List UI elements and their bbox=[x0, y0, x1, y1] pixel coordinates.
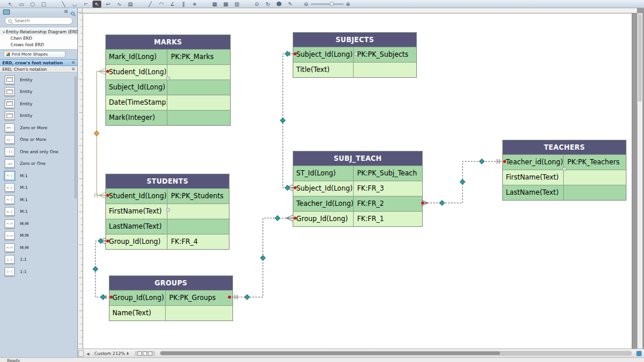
rotate-tool[interactable]: ↻ bbox=[263, 1, 272, 8]
zoom-stepper-icon[interactable]: ▲▼ bbox=[127, 351, 129, 355]
table-row[interactable]: Subject_Id(Long)FK:FR_3 bbox=[293, 181, 422, 196]
account-tool[interactable]: ☻ bbox=[275, 1, 283, 8]
table-row[interactable]: Teacher_Id(Long)FK:FR_2 bbox=[293, 196, 422, 211]
close-library-icon[interactable]: ⊗ bbox=[71, 60, 75, 65]
tree-item-crows-foot-erd[interactable]: Crows foot ERD bbox=[0, 42, 77, 48]
shape-item-one-or-more[interactable]: <|-One or More bbox=[0, 134, 77, 146]
page-tab[interactable] bbox=[148, 351, 152, 356]
shape-item-m-1[interactable]: <-|M:1 bbox=[0, 182, 77, 194]
table-row[interactable]: Student_Id(Long) bbox=[106, 64, 230, 80]
zoom-tool[interactable]: ⊙ bbox=[252, 1, 261, 8]
table-row[interactable]: Name(Text) bbox=[109, 305, 232, 320]
shape-item-m-m[interactable]: <->M:M bbox=[0, 218, 77, 230]
shape-item-m-1[interactable]: <-|M:1 bbox=[0, 206, 77, 218]
zoom-level-control[interactable]: Custom 212% ▲▼ bbox=[94, 351, 129, 356]
er-table-teachers[interactable]: TEACHERSTeacher_id(Long)PK:PK_TeachersFi… bbox=[502, 140, 626, 201]
page-tab[interactable] bbox=[138, 351, 142, 356]
sidebar-scrollbar[interactable] bbox=[74, 76, 77, 199]
shape-item-m-m[interactable]: <->M:M bbox=[0, 230, 77, 242]
svg-text:20: 20 bbox=[217, 13, 220, 13]
library-crows-foot-notation[interactable]: ERD, crow's foot notation ⊗ bbox=[0, 59, 77, 66]
panel-icon[interactable] bbox=[3, 9, 10, 15]
combine-tool[interactable]: ▦ bbox=[210, 1, 219, 8]
table-row[interactable]: LastName(Text) bbox=[106, 219, 229, 234]
rounded-rectangle-tool[interactable]: ▢ bbox=[39, 1, 48, 8]
line-tool[interactable]: ╱ bbox=[146, 1, 155, 8]
table-row[interactable]: Group_Id(Long)FK:FR_1 bbox=[293, 211, 422, 226]
smart-connector-tool[interactable]: ↖ bbox=[93, 1, 101, 8]
ellipse-tool[interactable]: ○ bbox=[28, 1, 37, 8]
horizontal-scrollbar-thumb[interactable] bbox=[160, 351, 501, 355]
table-row[interactable]: Title(Text) bbox=[293, 62, 416, 77]
er-table-groups[interactable]: GROUPSGroup_Id(Long)PK:PK_GroupsName(Tex… bbox=[109, 275, 233, 321]
table-row[interactable]: ST_Id(Long)PK:PK_Subj_Teach bbox=[293, 166, 422, 181]
tree-connector-tool[interactable]: ⌐ bbox=[81, 1, 90, 8]
library-chens-notation[interactable]: ERD, Chen's notation ⊗ bbox=[0, 66, 77, 73]
table-row[interactable]: Date(TimeStamp) bbox=[106, 95, 230, 110]
shape-item-zero-or-one[interactable]: -o|Zero or One bbox=[0, 158, 77, 170]
table-row[interactable]: Group_Id(Long)PK:PK_Groups bbox=[109, 290, 232, 305]
search-toggle-icon[interactable] bbox=[71, 6, 74, 18]
close-library-icon[interactable]: ⊗ bbox=[71, 67, 75, 71]
freeform-tool[interactable]: ∗ bbox=[190, 1, 199, 8]
search-input[interactable] bbox=[13, 18, 69, 24]
rectangle-tool[interactable]: ▭ bbox=[17, 1, 26, 8]
grid-view-icon[interactable]: ⊞ bbox=[64, 9, 68, 14]
table-row[interactable]: Teacher_id(Long)PK:PK_Teachers bbox=[503, 154, 626, 170]
shape-item-entity[interactable]: Entity bbox=[0, 98, 77, 110]
table-row[interactable]: Subject_Id(Long)PK:PK_Subjects bbox=[293, 47, 416, 62]
page-tab[interactable] bbox=[143, 351, 147, 356]
fragment-tool[interactable]: ▥ bbox=[232, 1, 241, 8]
shape-item-1-1[interactable]: |-|1:1 bbox=[0, 254, 77, 266]
fit-page-button[interactable] bbox=[636, 351, 642, 356]
table-row[interactable]: FirstName(Text) bbox=[503, 170, 626, 185]
vertical-scrollbar-thumb[interactable] bbox=[638, 14, 642, 102]
round-connector-tool[interactable]: ∿ bbox=[115, 1, 124, 8]
er-table-students[interactable]: STUDENTSStudent_Id(Long)PK:PK_StudentsFi… bbox=[105, 174, 229, 250]
field-cell: FirstName(Text) bbox=[503, 170, 564, 185]
tree-item-erd[interactable]: ▾Entity-Relationship Diagram (ERD) bbox=[0, 29, 77, 35]
zoom-out-icon[interactable]: ⊖ bbox=[304, 1, 309, 7]
shape-label: M:1 bbox=[20, 209, 28, 214]
pointer-tool[interactable]: ↖ bbox=[6, 1, 15, 8]
shape-item-m-1[interactable]: <-|M:1 bbox=[0, 194, 77, 206]
polyline-tool[interactable]: ∠ bbox=[168, 1, 177, 8]
shape-item-one-and-only-one[interactable]: -||One and only One bbox=[0, 146, 77, 158]
horizontal-scrollbar[interactable] bbox=[160, 351, 632, 356]
er-table-marks[interactable]: MARKSMark_Id(Long)PK:PK_MarksStudent_Id(… bbox=[105, 35, 231, 126]
shape-item-entity[interactable]: Entity bbox=[0, 86, 77, 98]
zoom-slider[interactable] bbox=[311, 4, 344, 5]
page-prev-button[interactable]: ◀ bbox=[84, 351, 92, 356]
edit-tool[interactable]: ✎ bbox=[286, 1, 294, 8]
er-table-subjects[interactable]: SUBJECTSSubject_Id(Long)PK:PK_SubjectsTi… bbox=[293, 32, 417, 78]
direct-connector-tool[interactable]: ╲ bbox=[59, 1, 68, 8]
shape-item-m-1[interactable]: <-|M:1 bbox=[0, 170, 77, 182]
shape-item-entity[interactable]: Entity bbox=[0, 110, 77, 122]
find-more-shapes-button[interactable]: Find More Shapes bbox=[4, 51, 66, 58]
shape-item-entity[interactable]: Entity bbox=[0, 74, 77, 86]
shape-item-m-m[interactable]: <->M:M bbox=[0, 242, 77, 254]
table-row[interactable]: FirstName(Text) bbox=[106, 204, 229, 219]
shape-item-zero-or-more[interactable]: o<-Zero or More bbox=[0, 122, 77, 134]
spline-tool[interactable]: ‖ bbox=[179, 1, 188, 8]
add-shape-tool[interactable]: ▤ bbox=[126, 1, 135, 8]
arc-tool[interactable]: ◠ bbox=[157, 1, 166, 8]
table-row[interactable]: Student_Id(Long)PK:PK_Students bbox=[106, 188, 229, 204]
key-cell: FK:FR_3 bbox=[354, 181, 422, 196]
er-table-subj_teach[interactable]: SUBJ_TEACHST_Id(Long)PK:PK_Subj_TeachSub… bbox=[293, 151, 423, 227]
key-cell bbox=[167, 80, 230, 95]
shape-label: M:1 bbox=[20, 185, 28, 190]
table-row[interactable]: LastName(Text) bbox=[503, 185, 626, 200]
tree-item-chen-erd[interactable]: Chen ERD bbox=[0, 35, 77, 42]
table-row[interactable]: Group_Id(Long)FK:FR_4 bbox=[106, 234, 229, 249]
curve-connector-tool[interactable]: ↩ bbox=[104, 1, 112, 8]
disclosure-triangle-icon[interactable]: ▾ bbox=[3, 30, 5, 34]
zoom-in-icon[interactable]: ⊕ bbox=[346, 1, 351, 7]
table-row[interactable]: Mark_Id(Long)PK:PK_Marks bbox=[106, 49, 230, 64]
table-row[interactable]: Mark(Integer) bbox=[106, 110, 230, 125]
vertical-scrollbar[interactable] bbox=[637, 13, 643, 349]
table-row[interactable]: Subject_Id(Long) bbox=[106, 80, 230, 95]
intersect-tool[interactable]: ▩ bbox=[221, 1, 230, 8]
shape-item-1-1[interactable]: |-|1:1 bbox=[0, 266, 77, 278]
zoom-slider-thumb[interactable] bbox=[330, 2, 334, 6]
